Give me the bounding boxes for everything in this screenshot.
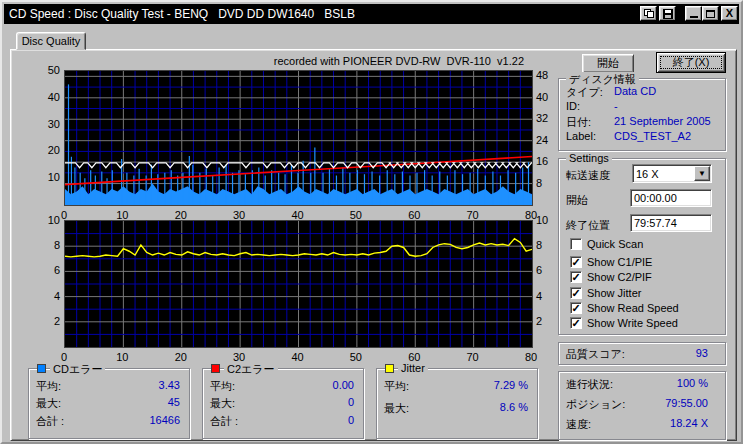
start-button[interactable]: 開始 [582,54,634,73]
checkbox-show-c2-pif[interactable]: ✓ Show C2/PIF [570,271,652,283]
app-window: CD Speed : Disc Quality Test - BENQ DVD … [0,0,743,444]
tick-label: 30 [36,119,60,129]
tick-label: 40 [284,352,312,362]
disc-id-value: - [614,100,618,112]
tick-label: 6 [536,265,560,275]
position-label: ポジション: [566,397,625,412]
tick-label: 16 [536,156,560,166]
tick-label: 6 [36,265,60,275]
tick-label: 24 [536,135,560,145]
jitter-chart [64,220,533,348]
tick-label: 70 [459,352,487,362]
cd-avg-label: 平均: [36,379,61,394]
speed-current-label: 速度: [566,417,591,432]
tick-label: 10 [536,215,560,225]
c2-avg-label: 平均: [210,379,235,394]
cd-errors-title: CDエラー [50,362,105,377]
checkbox-box: ✓ [570,302,582,314]
tick-label: 60 [400,210,428,220]
chevron-down-icon[interactable]: ▼ [694,166,710,181]
exit-button[interactable]: 終了(X) [656,52,726,73]
checkbox-show-read-speed[interactable]: ✓ Show Read Speed [570,302,679,314]
tick-label: 10 [108,210,136,220]
tick-label: 40 [536,92,560,102]
cd-max-label: 最大: [36,396,61,411]
start-button-label: 開始 [597,56,619,71]
jitter-svg [65,221,532,347]
checkbox-label: Show C2/PIF [587,271,652,283]
c1-errors-and-speed-chart [64,70,533,206]
progress-label: 進行状況: [566,377,613,392]
end-pos-value: 79:57.74 [634,217,677,229]
tick-label: 10 [36,215,60,225]
tick-label: 4 [536,291,560,301]
c2-avg-value: 0.00 [276,379,354,391]
recorded-with-text: recorded with PIONEER DVD-RW DVR-110 v1.… [274,55,524,67]
progress-value: 100 % [677,377,708,389]
tick-label: 20 [167,210,195,220]
c2-max-label: 最大: [210,396,235,411]
checkbox-quick-scan[interactable]: ✓ Quick Scan [570,238,643,250]
tab-label: Disc Quality [22,35,81,47]
checkbox-label: Show Jitter [587,287,641,299]
speed-label: 転送速度 [566,168,610,183]
checkbox-show-write-speed[interactable]: ✓ Show Write Speed [570,317,678,329]
checkbox-box: ✓ [570,271,582,283]
maximize-icon [706,10,715,18]
tick-label: 32 [536,113,560,123]
tick-label: 8 [36,240,60,250]
save-icon [663,9,673,19]
tick-label: 10 [36,172,60,182]
checkbox-box: ✓ [570,256,582,268]
checkbox-box: ✓ [570,238,582,250]
checkbox-show-c1-pie[interactable]: ✓ Show C1/PIE [570,256,652,268]
window-title: CD Speed : Disc Quality Test - BENQ DVD … [4,7,355,21]
jitter-legend-swatch [385,364,394,373]
tick-label: 4 [36,291,60,301]
c2-max-value: 0 [276,396,354,408]
checkbox-show-jitter[interactable]: ✓ Show Jitter [570,287,641,299]
checkbox-box: ✓ [570,287,582,299]
c2-total-label: 合計 : [210,414,238,429]
tab-disc-quality[interactable]: Disc Quality [16,32,86,50]
c1-legend-swatch [37,364,46,373]
jitter-avg-value: 7.29 % [450,379,528,391]
cd-avg-value: 3.43 [102,379,180,391]
tick-label: 50 [342,352,370,362]
c1-errors-and-speed-svg [65,71,532,205]
disc-date-value: 21 September 2005 [614,115,711,127]
copy-icon[interactable] [640,6,657,21]
minimize-icon [690,16,698,18]
cd-max-value: 45 [102,396,180,408]
speed-value: 16 X [636,168,659,180]
position-value: 79:55.00 [665,397,708,409]
maximize-button[interactable] [702,6,719,21]
tick-label: 50 [36,65,60,75]
close-button[interactable]: X [721,6,738,21]
save-icon[interactable] [659,6,676,21]
jitter-title: Jitter [398,362,428,374]
speed-current-value: 18.24 X [670,417,708,429]
tick-label: 2 [36,316,60,326]
tick-label: 8 [536,178,560,188]
tick-label: 50 [342,210,370,220]
tick-label: 10 [108,352,136,362]
checkbox-label: Show C1/PIE [587,256,652,268]
disc-label-label: Label: [566,130,596,142]
close-icon: X [726,8,733,19]
disc-date-label: 日付: [566,115,591,130]
speed-combobox[interactable]: 16 X ▼ [632,164,712,183]
disc-type-label: タイプ: [566,85,603,100]
start-pos-value: 00:00.00 [634,192,677,204]
checkbox-label: Quick Scan [587,238,643,250]
minimize-button[interactable] [685,6,702,21]
disc-label-value: CDS_TEST_A2 [614,130,691,142]
end-pos-input[interactable]: 79:57.74 [630,214,712,232]
start-pos-input[interactable]: 00:00.00 [630,189,712,207]
tick-label: 70 [459,210,487,220]
cd-total-value: 16466 [102,414,180,426]
tick-label: 60 [400,352,428,362]
tick-label: 80 [517,352,545,362]
tick-label: 30 [225,352,253,362]
title-bar: CD Speed : Disc Quality Test - BENQ DVD … [4,4,739,24]
